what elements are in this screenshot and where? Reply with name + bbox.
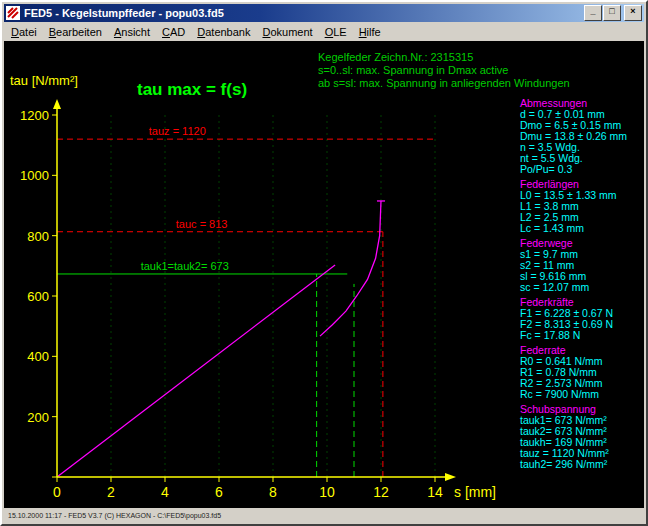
menu-rest: okument	[270, 26, 312, 38]
x-tick-label: 2	[107, 484, 115, 500]
menu-rest: ilfe	[367, 26, 381, 38]
panel-section-federrate: Federrate R0 = 0.641 N/mm R1 = 0.78 N/mm…	[520, 345, 627, 400]
x-tick-label: 12	[373, 484, 389, 500]
param-value: Po/Pu= 0.3	[520, 164, 627, 175]
y-axis-arrow	[53, 99, 61, 109]
menu-item-datenbank[interactable]: Datenbank	[191, 24, 256, 40]
param-value: Rc = 7900 N/mm	[520, 389, 627, 400]
menu-item-dokument[interactable]: Dokument	[256, 24, 318, 40]
menu-item-ole[interactable]: OLE	[319, 24, 353, 40]
menu-rest: atenbank	[205, 26, 250, 38]
menu-rest: earbeiten	[56, 26, 102, 38]
window-title: FED5 - Kegelstumpffeder - popu03.fd5	[24, 7, 583, 19]
param-value: tauh2= 296 N/mm²	[520, 459, 627, 470]
note-line-1: s=0..sl: max. Spannung in Dmax active	[318, 64, 570, 77]
stress-curve	[57, 265, 335, 477]
param-value: Lc = 1.43 mm	[520, 223, 627, 234]
y-tick-label: 1200	[20, 108, 49, 123]
ref-line-label: tauz = 1120	[149, 125, 206, 137]
menu-rest: LE	[333, 26, 346, 38]
drawing-number-line: Kegelfeder Zeichn.Nr.: 2315315	[318, 51, 570, 64]
menu-item-hilfe[interactable]: Hilfe	[353, 24, 387, 40]
menu-item-datei[interactable]: Datei	[5, 24, 43, 40]
x-axis-label: s [mm]	[454, 484, 496, 500]
menu-rest: atei	[19, 26, 37, 38]
menu-item-bearbeiten[interactable]: Bearbeiten	[43, 24, 108, 40]
menu-item-ansicht[interactable]: Ansicht	[108, 24, 156, 40]
x-tick-label: 8	[269, 484, 277, 500]
panel-section-schubspannung: Schubspannung tauk1= 673 N/mm² tauk2= 67…	[520, 404, 627, 470]
x-tick-label: 6	[215, 484, 223, 500]
chart-header-text: Kegelfeder Zeichn.Nr.: 2315315 s=0..sl: …	[318, 51, 570, 90]
menu-accel: C	[162, 26, 170, 38]
menu-accel: D	[11, 26, 19, 38]
menu-accel: B	[49, 26, 56, 38]
maximize-button[interactable]: □	[603, 5, 621, 21]
parameter-panel: Abmessungen d = 0.7 ± 0.01 mm Dmo = 6.5 …	[520, 98, 627, 474]
status-text: 15.10.2000 11:17 - FED5 V3.7 (C) HEXAGON…	[8, 512, 221, 519]
ref-line-label: tauc = 813	[176, 218, 228, 230]
close-button[interactable]: ×	[624, 5, 642, 21]
panel-section-federwege: Federwege s1 = 9.7 mm s2 = 11 mm sl = 9.…	[520, 238, 627, 293]
chart-title: tau max = f(s)	[137, 80, 247, 99]
x-axis-arrow	[445, 473, 456, 481]
x-tick-label: 4	[161, 484, 169, 500]
x-tick-label: 10	[319, 484, 335, 500]
param-value: Fc = 17.88 N	[520, 330, 627, 341]
menu-rest: AD	[170, 26, 185, 38]
titlebar[interactable]: FED5 - Kegelstumpffeder - popu03.fd5 _ □…	[4, 4, 644, 22]
menu-accel: H	[359, 26, 367, 38]
menu-accel: O	[325, 26, 334, 38]
app-icon-graphic	[6, 6, 20, 20]
y-tick-label: 200	[27, 410, 49, 425]
plot-area: tauz = 1120tauc = 813tauk1=tauk2= 673024…	[4, 41, 644, 508]
menu-bar: Datei Bearbeiten Ansicht CAD Datenbank D…	[4, 22, 644, 41]
app-icon[interactable]	[6, 6, 20, 20]
stress-curve	[320, 201, 381, 336]
status-bar: 15.10.2000 11:17 - FED5 V3.7 (C) HEXAGON…	[4, 508, 644, 522]
y-tick-label: 600	[27, 289, 49, 304]
note-line-2: ab s=sl: max. Spannung in anliegenden Wi…	[318, 77, 570, 90]
ref-line-label: tauk1=tauk2= 673	[141, 260, 229, 272]
y-axis-label: tau [N/mm²]	[10, 73, 78, 88]
menu-accel: D	[197, 26, 205, 38]
application-window: FED5 - Kegelstumpffeder - popu03.fd5 _ □…	[0, 0, 648, 526]
x-tick-label: 0	[53, 484, 61, 500]
y-tick-label: 800	[27, 229, 49, 244]
y-tick-label: 1000	[20, 168, 49, 183]
x-tick-label: 14	[427, 484, 443, 500]
menu-item-cad[interactable]: CAD	[156, 24, 191, 40]
minimize-button[interactable]: _	[584, 5, 602, 21]
panel-section-federlaengen: Federlängen L0 = 13.5 ± 1.33 mm L1 = 3.8…	[520, 179, 627, 234]
panel-section-abmessungen: Abmessungen d = 0.7 ± 0.01 mm Dmo = 6.5 …	[520, 98, 627, 175]
y-tick-label: 400	[27, 349, 49, 364]
panel-section-federkraefte: Federkräfte F1 = 6.228 ± 0.67 N F2 = 8.3…	[520, 297, 627, 341]
menu-rest: nsicht	[121, 26, 150, 38]
param-value: sc = 12.07 mm	[520, 282, 627, 293]
